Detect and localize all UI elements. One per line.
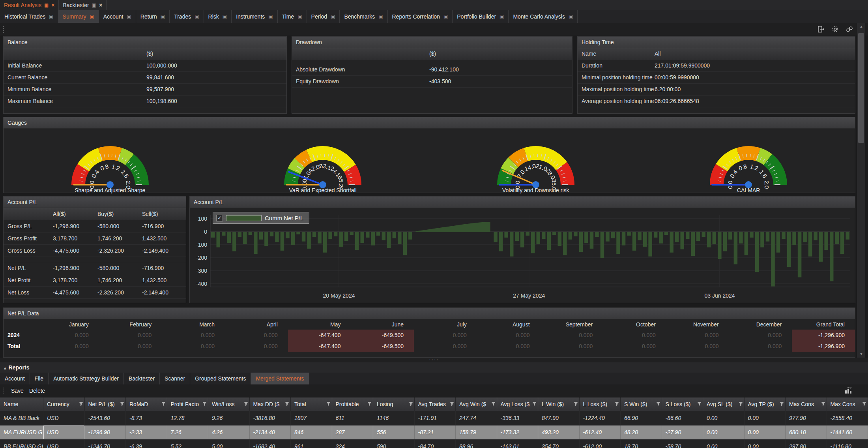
histogram-icon[interactable] [844, 387, 852, 395]
filter-funnel-icon[interactable] [780, 402, 784, 406]
close-icon[interactable]: × [99, 2, 102, 8]
table-row[interactable]: 20240.0000.0000.0000.000-647.400-649.500… [4, 330, 855, 341]
filter-funnel-icon[interactable] [739, 402, 743, 406]
column-header-sell[interactable]: Sell($) [142, 208, 187, 220]
column-header-all[interactable]: All($) [53, 208, 97, 220]
column-header-s-win[interactable]: S Win ($) [621, 397, 662, 411]
scroll-up-icon[interactable]: ▲ [857, 23, 865, 30]
tab-period[interactable]: Period▣ [307, 10, 340, 23]
filter-funnel-icon[interactable] [244, 402, 248, 406]
filter-funnel-icon[interactable] [202, 402, 207, 406]
column-header-buy[interactable]: Buy($) [97, 208, 142, 220]
column-header-avg-win[interactable]: Avg Win ($ [456, 397, 497, 411]
column-header-september[interactable]: September [540, 319, 603, 330]
tab-benchmarks[interactable]: Benchmarks▣ [340, 10, 387, 23]
export-icon[interactable] [817, 25, 825, 34]
column-header-net-p-l[interactable]: Net P/L ($) [85, 397, 126, 411]
column-header-february[interactable]: February [99, 319, 162, 330]
doc-tab-backtester[interactable]: Backtester ▣ × [59, 0, 107, 10]
column-header-name[interactable]: Name [0, 397, 43, 411]
reports-tab-file[interactable]: File [30, 373, 49, 384]
chart-legend[interactable]: ✓ Cumm Net P/L [213, 212, 309, 224]
filter-funnel-icon[interactable] [574, 402, 578, 406]
settings-gear-icon[interactable] [831, 25, 840, 34]
column-header-august[interactable]: August [477, 319, 540, 330]
column-header-max-cons[interactable]: Max Cons [827, 397, 868, 411]
doc-tab-result-analysis[interactable]: Result Analysis ▣ × [0, 0, 59, 10]
table-row[interactable]: Net P/L-1,296.900-580.000-716.900 [4, 262, 186, 274]
tab-monte-carlo-analysis[interactable]: Monte Carlo Analysis▣ [509, 10, 578, 23]
filter-funnel-icon[interactable] [79, 402, 83, 406]
column-header-romad[interactable]: RoMaD [126, 397, 167, 411]
filter-funnel-icon[interactable] [161, 402, 166, 406]
reports-section-header[interactable]: ▴Reports [0, 362, 868, 373]
reports-tab-backtester[interactable]: Backtester [124, 373, 160, 384]
tab-summary[interactable]: Summary▣ [58, 10, 99, 23]
column-header-l-loss[interactable]: L Loss ($) [580, 397, 621, 411]
delete-button[interactable]: Delete [29, 388, 45, 394]
tab-portfolio-builder[interactable]: Portfolio Builder▣ [453, 10, 509, 23]
table-row[interactable]: Gross Profit3,178.7001,746.2001,432.500 [4, 232, 186, 245]
filter-funnel-icon[interactable] [491, 402, 496, 406]
column-header-avg-sl[interactable]: Avg SL ($) [703, 397, 745, 411]
column-header-december[interactable]: December [729, 319, 792, 330]
tab-instruments[interactable]: Instruments▣ [232, 10, 277, 23]
column-header-total[interactable]: Total [291, 397, 332, 411]
column-header-profitable[interactable]: Profitable [332, 397, 374, 411]
column-header-grand-total[interactable]: Grand Total [792, 319, 855, 330]
filter-funnel-icon[interactable] [409, 402, 413, 406]
horizontal-splitter[interactable]: ···· [0, 358, 868, 362]
filter-funnel-icon[interactable] [120, 402, 124, 406]
link-icon[interactable] [845, 25, 854, 34]
legend-checkbox[interactable]: ✓ [216, 215, 223, 221]
column-header-s-loss[interactable]: S Loss ($) [662, 397, 703, 411]
filter-funnel-icon[interactable] [532, 402, 537, 406]
filter-funnel-icon[interactable] [656, 402, 660, 406]
column-header-l-win[interactable]: L Win ($) [538, 397, 580, 411]
tab-return[interactable]: Return▣ [136, 10, 170, 23]
column-header-profit-facto[interactable]: Profit Facto [167, 397, 209, 411]
table-row[interactable]: Net Loss-4,475.600-2,326.200-2,149.400 [4, 287, 186, 299]
column-header-january[interactable]: January [36, 319, 99, 330]
column-header-may[interactable]: May [288, 319, 351, 330]
tab-trades[interactable]: Trades▣ [170, 10, 204, 23]
save-button[interactable]: Save [11, 388, 24, 394]
column-header-april[interactable]: April [225, 319, 288, 330]
table-row[interactable]: Net Profit3,178.7001,746.2001,432.500 [4, 274, 186, 287]
tab-risk[interactable]: Risk▣ [204, 10, 232, 23]
column-header-july[interactable]: July [414, 319, 477, 330]
tab-historical-trades[interactable]: Historical Trades▣ [0, 10, 58, 23]
scrollbar-thumb[interactable] [858, 33, 864, 143]
vertical-scrollbar[interactable]: ▲ ▼ [857, 23, 865, 358]
tab-reports-correlation[interactable]: Reports Correlation▣ [388, 10, 453, 23]
filter-funnel-icon[interactable] [285, 402, 289, 406]
reports-tab-automatic-strategy-builder[interactable]: Automatic Strategy Builder [49, 373, 124, 384]
column-header-march[interactable]: March [162, 319, 225, 330]
filter-funnel-icon[interactable] [326, 402, 331, 406]
column-header-june[interactable]: June [351, 319, 414, 330]
column-header-avg-trades[interactable]: Avg Trades [415, 397, 456, 411]
column-header-win-loss[interactable]: Win/Loss [208, 397, 250, 411]
column-header-max-dd[interactable]: Max DD ($ [250, 397, 291, 411]
column-header-max-cons[interactable]: Max Cons [786, 397, 827, 411]
filter-funnel-icon[interactable] [615, 402, 619, 406]
column-header-losing[interactable]: Losing [373, 397, 415, 411]
filter-funnel-icon[interactable] [367, 402, 372, 406]
table-row[interactable]: BB EURUSD GLUSD-1246.70-6.395.525.00-168… [0, 440, 868, 448]
reports-tab-account[interactable]: Account [0, 373, 30, 384]
filter-funnel-icon[interactable] [450, 402, 454, 406]
drag-grip-icon[interactable] [3, 26, 4, 33]
filter-funnel-icon[interactable] [862, 402, 866, 406]
close-icon[interactable]: × [51, 2, 54, 8]
filter-funnel-icon[interactable] [697, 402, 702, 406]
table-row[interactable]: MA & BB BackUSD-2543.60-8.7312.789.26-38… [0, 411, 868, 426]
column-header-avg-loss[interactable]: Avg Loss ($ [497, 397, 539, 411]
tab-account[interactable]: Account▣ [99, 10, 136, 23]
collapse-icon[interactable]: ▴ [4, 366, 6, 370]
table-row[interactable]: Gross P/L-1,296.900-580.000-716.900 [4, 220, 186, 232]
filter-funnel-icon[interactable] [821, 402, 825, 406]
column-header-november[interactable]: November [666, 319, 729, 330]
drag-grip-icon[interactable] [3, 388, 4, 394]
table-row[interactable]: Total0.0000.0000.0000.000-647.400-649.50… [4, 341, 855, 352]
reports-tab-grouped-statements[interactable]: Grouped Statements [190, 373, 251, 384]
